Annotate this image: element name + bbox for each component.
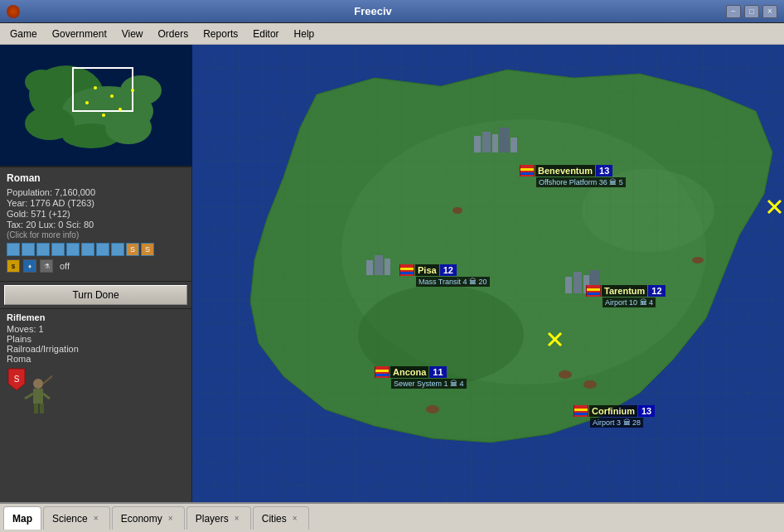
svg-rect-100 [385,259,390,275]
svg-point-10 [110,94,114,98]
off-label: off [60,261,70,271]
map-background [192,45,784,502]
svg-rect-18 [33,389,43,404]
svg-rect-102 [573,272,582,293]
indicator-7 [96,243,109,256]
svg-rect-96 [499,128,509,152]
svg-point-9 [94,86,97,89]
unit-sprite: S [7,367,48,417]
svg-point-7 [25,70,58,94]
menu-editor[interactable]: Editor [246,27,285,41]
svg-rect-97 [511,138,517,152]
unit-moves: Moves: 1 [7,324,185,334]
maximize-button[interactable]: □ [744,5,759,18]
svg-rect-103 [583,275,589,293]
unit-city: Roma [7,354,185,364]
svg-rect-94 [482,132,491,152]
tab-players[interactable]: Players× [186,506,251,530]
turn-done-button[interactable]: Turn Done [4,285,187,305]
tab-economy[interactable]: Economy× [112,506,185,530]
titlebar: Freeciv − □ × [0,0,784,23]
tab-close-cities[interactable]: × [290,514,300,524]
tab-label-map: Map [12,513,32,525]
tab-label-players: Players [196,513,229,525]
minimize-button[interactable]: − [726,5,741,18]
svg-rect-98 [366,260,373,275]
gold-line: Gold: 571 (+12) [7,209,185,219]
year-line: Year: 1776 AD (T263) [7,198,185,208]
indicator-2 [22,243,35,256]
svg-point-14 [131,89,134,92]
unit-terrain: Plains [7,334,185,344]
svg-point-119 [692,257,704,264]
main-layout: Roman Population: 7,160,000 Year: 1776 A… [0,45,784,502]
indicator-5 [66,243,80,256]
indicator-10: S [141,243,154,256]
svg-rect-95 [492,134,498,152]
menu-orders[interactable]: Orders [152,27,196,41]
menu-reports[interactable]: Reports [196,27,244,41]
tab-label-cities: Cities [262,513,287,525]
off-row: $ ♦ ⚗ off [7,259,185,273]
svg-rect-99 [375,255,383,275]
indicator-9: S [126,243,139,256]
svg-point-6 [105,111,152,144]
tax-indicator: $ [7,259,20,273]
svg-point-17 [33,379,43,389]
civ-name: Roman [7,172,185,184]
tab-cities[interactable]: Cities× [253,506,309,530]
svg-text:S: S [14,375,20,384]
svg-point-11 [85,101,89,104]
sci-indicator: ⚗ [40,259,53,273]
svg-line-20 [43,394,50,399]
menu-help[interactable]: Help [288,27,322,41]
minimap-canvas [0,45,192,166]
svg-rect-21 [34,404,38,414]
svg-line-19 [25,394,33,399]
unit-feature: Railroad/Irrigation [7,344,185,354]
svg-rect-22 [40,404,44,414]
population-line: Population: 7,160,000 [7,187,185,197]
tab-map[interactable]: Map [3,506,41,530]
svg-point-4 [120,75,162,105]
menu-game[interactable]: Game [3,27,44,41]
indicator-3 [36,243,50,256]
svg-point-117 [426,405,439,414]
unit-name-label: Riflemen [7,312,185,322]
menu-view[interactable]: View [115,27,150,41]
svg-rect-93 [474,136,481,152]
click-hint[interactable]: (Click for more info) [7,230,185,239]
tab-label-science: Science [52,513,88,525]
unit-section: Riflemen Moves: 1 Plains Railroad/Irriga… [0,308,191,423]
menu-government[interactable]: Government [46,27,114,41]
svg-rect-104 [590,270,600,293]
tab-close-science[interactable]: × [91,514,101,524]
indicator-8 [111,243,124,256]
left-panel: Roman Population: 7,160,000 Year: 1776 A… [0,45,192,502]
tab-science[interactable]: Science× [43,506,110,530]
svg-point-28 [582,169,714,252]
app-icon [7,5,20,18]
minimap[interactable] [0,45,192,167]
map-area[interactable]: Beneventum13Offshore Platform 36 🏛 5Capu… [192,45,784,502]
svg-point-115 [559,370,572,379]
info-panel: Roman Population: 7,160,000 Year: 1776 A… [0,167,191,282]
unit-indicators: S S [7,243,185,256]
indicator-4 [51,243,65,256]
menubar: GameGovernmentViewOrdersReportsEditorHel… [0,23,784,45]
tab-label-economy: Economy [121,513,162,525]
svg-point-116 [583,380,597,389]
tab-close-players[interactable]: × [232,514,242,524]
indicator-1 [7,243,20,256]
lux-indicator: ♦ [23,259,36,273]
close-button[interactable]: × [762,5,777,18]
indicator-6 [81,243,94,256]
svg-line-23 [43,375,52,384]
svg-point-118 [452,207,462,214]
window-title: Freeciv [20,5,726,17]
svg-point-13 [102,114,105,117]
tab-close-economy[interactable]: × [166,514,176,524]
svg-point-12 [119,108,122,111]
bottom-tabbar: MapScience×Economy×Players×Cities× [0,502,784,532]
tax-line: Tax: 20 Lux: 0 Sci: 80 [7,220,185,230]
